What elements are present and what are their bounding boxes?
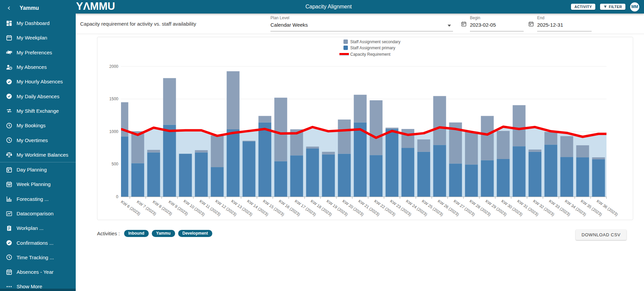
chart-legend: Staff Assignment secondaryStaff Assignme… — [339, 39, 401, 57]
sidebar-title: Yammu — [20, 5, 39, 11]
sidebar-item-forecasting[interactable]: Forecasting ... — [0, 192, 76, 206]
filter-button[interactable]: FILTER — [600, 4, 625, 10]
begin-date-field: Begin 2023-02-05 — [461, 16, 524, 31]
clock-icon — [6, 122, 13, 129]
sidebar-item-label: Absences - Year — [17, 269, 53, 275]
sidebar-item-my-weekplan[interactable]: My Weekplan — [0, 30, 76, 45]
svg-text:500: 500 — [112, 162, 118, 166]
clock-icon — [6, 137, 13, 143]
badge-check-icon — [6, 78, 13, 85]
sidebar-item-label: Week Planning — [17, 181, 51, 187]
end-label: End — [537, 16, 592, 20]
activity-button-label: ACTIVITY — [574, 5, 592, 9]
sidebar-item-my-daily-absences[interactable]: My Daily Absences — [0, 89, 76, 103]
calendar-day-icon — [6, 166, 13, 173]
activity-chips: InboundYammuDevelopment — [124, 230, 212, 237]
sidebar-item-day-planning[interactable]: Day Planning — [0, 162, 76, 177]
sidebar-item-my-preferences[interactable]: My Preferences — [0, 45, 76, 60]
user-avatar[interactable]: MM — [630, 2, 639, 11]
sidebar-item-label: My Bookings — [17, 123, 46, 128]
sidebar-item-label: My Daily Absences — [17, 94, 59, 99]
filter-button-label: FILTER — [609, 5, 622, 9]
sidebar-item-workplan[interactable]: Workplan ... — [0, 221, 76, 235]
scale-icon — [6, 151, 13, 158]
calendar-icon[interactable] — [528, 21, 534, 27]
svg-text:Capacity Requirement: Capacity Requirement — [350, 52, 390, 57]
page-title: Capacity Alignment — [306, 0, 352, 14]
sidebar-item-label: My Weekplan — [17, 35, 47, 41]
clock-icon — [6, 254, 13, 261]
sidebar-item-label: Confirmations ... — [17, 240, 53, 246]
clipboard-icon — [6, 225, 13, 232]
dashboard-icon — [6, 20, 13, 27]
activity-chip-yammu[interactable]: Yammu — [152, 230, 175, 237]
sidebar-item-my-hourly-absences[interactable]: My Hourly Absences — [0, 74, 76, 89]
sidebar-items: My DashboardMy WeekplanMy PreferencesMy … — [0, 16, 76, 291]
sidebar-item-label: My Dashboard — [17, 20, 50, 26]
sidebar-item-confirmations[interactable]: Confirmations ... — [0, 235, 76, 250]
sidebar-item-label: My Overtimes — [17, 137, 48, 143]
calendar-week-icon — [6, 181, 13, 188]
capacity-chart: 0500100015002000KW 6 (2023)KW 7 (2023)KW… — [97, 37, 633, 220]
thumbs-icon — [6, 49, 13, 56]
calendar-icon — [6, 34, 13, 41]
sidebar-item-my-dashboard[interactable]: My Dashboard — [0, 16, 76, 30]
sidebar-item-datacomparison[interactable]: Datacomparison — [0, 206, 76, 221]
calendar-icon[interactable] — [461, 21, 467, 27]
svg-text:Staff Assignment secondary: Staff Assignment secondary — [350, 39, 401, 44]
plan-level-value: Calendar Weeks — [270, 22, 453, 28]
activities-row: Activities : InboundYammuDevelopment — [97, 230, 212, 237]
begin-label: Begin — [470, 16, 524, 20]
sidebar-item-my-overtimes[interactable]: My Overtimes — [0, 133, 76, 147]
sidebar-item-label: Day Planning — [17, 167, 47, 173]
sidebar-item-my-absences[interactable]: My Absences — [0, 60, 76, 74]
activity-chip-development[interactable]: Development — [178, 230, 212, 237]
app-header: YΛMMU Capacity Alignment ACTIVITY FILTER… — [76, 0, 644, 14]
sidebar-item-label: Time Tracking ... — [17, 255, 54, 260]
person-clock-icon — [6, 64, 13, 71]
svg-text:1000: 1000 — [109, 129, 118, 134]
sidebar-item-label: My Shift Exchange — [17, 108, 59, 114]
sidebar-item-label: My Worktime Balances — [17, 152, 68, 158]
svg-text:0: 0 — [116, 194, 118, 199]
sidebar-item-label: My Absences — [17, 64, 47, 70]
sidebar-collapse[interactable]: Yammu — [0, 0, 76, 16]
badge-check-icon — [6, 93, 13, 100]
plan-level-select[interactable]: Plan Level Calendar Weeks — [270, 16, 453, 31]
badge-check-icon — [6, 239, 13, 246]
svg-text:2000: 2000 — [109, 64, 118, 69]
sidebar-item-label: Datacomparison — [17, 211, 53, 216]
sidebar-item-label: My Preferences — [17, 50, 52, 55]
sidebar-bottom-strip — [0, 289, 76, 291]
funnel-icon — [603, 5, 607, 9]
plan-level-label: Plan Level — [270, 16, 453, 20]
sidebar-item-week-planning[interactable]: Week Planning — [0, 177, 76, 191]
filter-bar: Capacity requirement for activity vs. st… — [76, 14, 644, 34]
header-actions: ACTIVITY FILTER MM — [571, 0, 639, 14]
sidebar-item-label: Forecasting ... — [17, 196, 49, 202]
chart-description: Capacity requirement for activity vs. st… — [80, 14, 196, 34]
download-csv-button[interactable]: DOWNLOAD CSV — [576, 230, 626, 240]
sidebar: Yammu My DashboardMy WeekplanMy Preferen… — [0, 0, 76, 291]
activity-chip-inbound[interactable]: Inbound — [124, 230, 149, 237]
sidebar-item-my-worktime-balances[interactable]: My Worktime Balances — [0, 148, 76, 162]
end-input[interactable]: 2025-12-31 — [537, 22, 592, 28]
bar-chart-icon — [6, 195, 13, 202]
swap-arrows-icon — [6, 107, 13, 114]
sidebar-item-label: My Hourly Absences — [17, 79, 63, 84]
sidebar-item-my-shift-exchange[interactable]: My Shift Exchange — [0, 104, 76, 118]
sidebar-item-label: Workplan ... — [17, 225, 44, 231]
sidebar-item-time-tracking[interactable]: Time Tracking ... — [0, 250, 76, 265]
activity-button[interactable]: ACTIVITY — [571, 4, 595, 10]
svg-text:Staff Assignment primary: Staff Assignment primary — [350, 46, 395, 50]
chevron-down-icon — [448, 25, 451, 27]
calendar-month-icon — [6, 269, 13, 275]
app-logo: YΛMMU — [76, 0, 115, 13]
chevron-left-icon — [7, 6, 11, 10]
sidebar-item-absences-year[interactable]: Absences - Year — [0, 265, 76, 279]
svg-text:1500: 1500 — [109, 97, 118, 101]
begin-input[interactable]: 2023-02-05 — [470, 22, 524, 28]
sidebar-item-my-bookings[interactable]: My Bookings — [0, 118, 76, 133]
line-chart-icon — [6, 210, 13, 217]
chart-card: 0500100015002000KW 6 (2023)KW 7 (2023)KW… — [97, 37, 633, 220]
